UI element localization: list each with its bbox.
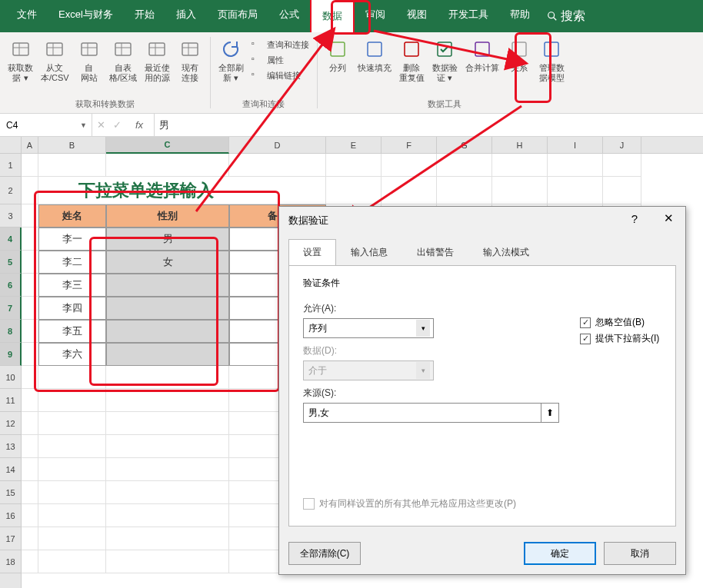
row-header[interactable]: 7 <box>0 297 22 320</box>
cell[interactable] <box>38 389 106 412</box>
search-box[interactable]: 搜索 <box>547 8 585 25</box>
menu-item-帮助[interactable]: 帮助 <box>499 0 541 34</box>
cell[interactable] <box>106 527 229 550</box>
row-header[interactable]: 11 <box>0 389 21 412</box>
row-header[interactable]: 8 <box>0 320 22 343</box>
row-header[interactable]: 4 <box>0 228 22 251</box>
ribbon-btn[interactable]: 最近使 用的源 <box>142 35 173 85</box>
cell[interactable] <box>22 320 38 343</box>
ribbon-btn[interactable]: 获取数 据 ▾ <box>5 35 36 85</box>
cell[interactable]: 李三 <box>38 274 106 297</box>
cell[interactable] <box>381 154 437 177</box>
row-header[interactable]: 9 <box>0 343 22 366</box>
select-all-corner[interactable] <box>0 137 21 154</box>
menu-item-开始[interactable]: 开始 <box>124 0 165 34</box>
row-header[interactable]: 6 <box>0 274 22 297</box>
menu-item-开发工具[interactable]: 开发工具 <box>438 0 499 34</box>
cell[interactable] <box>106 504 229 527</box>
cell[interactable] <box>326 154 381 177</box>
cell[interactable] <box>38 435 106 458</box>
dialog-tab[interactable]: 输入法模式 <box>468 239 544 266</box>
ribbon-btn-data-validation[interactable]: 数据验 证 ▾ <box>429 35 461 85</box>
cell[interactable] <box>22 297 38 320</box>
cell[interactable] <box>106 412 229 435</box>
row-header[interactable]: 13 <box>0 435 21 458</box>
cell[interactable] <box>548 177 603 204</box>
cell[interactable] <box>22 527 38 550</box>
cell[interactable]: 李六 <box>38 343 106 366</box>
cell[interactable]: 女 <box>106 251 229 274</box>
row-header[interactable]: 12 <box>0 412 21 435</box>
cell[interactable] <box>22 389 38 412</box>
cell[interactable] <box>22 154 38 177</box>
cancel-icon[interactable]: ✕ <box>97 119 105 131</box>
row-header[interactable]: 18 <box>0 550 21 573</box>
menu-item-页面布局[interactable]: 页面布局 <box>207 0 268 34</box>
ribbon-btn[interactable]: 自表 格/区域 <box>106 35 140 85</box>
cancel-button[interactable]: 取消 <box>604 542 676 565</box>
cell[interactable] <box>38 504 106 527</box>
ribbon-btn[interactable]: 分列 <box>322 35 353 85</box>
row-header[interactable]: 16 <box>0 504 21 527</box>
apply-all-checkbox[interactable]: 对有同样设置的所有其他单元格应用这些更改(P) <box>303 497 516 510</box>
column-header[interactable]: I <box>548 137 603 153</box>
row-header[interactable]: 2 <box>0 177 21 204</box>
cell[interactable]: 男 <box>106 228 229 251</box>
cell[interactable] <box>437 154 492 177</box>
menu-item-审阅[interactable]: 审阅 <box>355 0 396 34</box>
cell[interactable] <box>22 481 38 504</box>
menu-item-插入[interactable]: 插入 <box>165 0 207 34</box>
column-header[interactable]: C <box>106 137 229 154</box>
dialog-tab[interactable]: 输入信息 <box>336 239 402 266</box>
row-header[interactable]: 17 <box>0 527 21 550</box>
cell[interactable] <box>22 274 38 297</box>
column-header[interactable]: G <box>437 137 492 153</box>
column-header[interactable]: B <box>38 137 106 153</box>
cell[interactable]: 李四 <box>38 297 106 320</box>
ribbon-btn[interactable]: 合并计算 <box>462 35 502 85</box>
cell[interactable] <box>106 320 229 343</box>
cell[interactable] <box>106 297 229 320</box>
row-header[interactable]: 15 <box>0 481 21 504</box>
menu-item-Excel与财务[interactable]: Excel与财务 <box>48 0 124 34</box>
column-header[interactable]: H <box>492 137 548 153</box>
cell[interactable] <box>106 389 229 412</box>
ribbon-btn[interactable]: 快速填充 <box>355 35 395 85</box>
cell[interactable]: 李二 <box>38 251 106 274</box>
ribbon-btn[interactable]: 现有 连接 <box>175 35 205 85</box>
source-input[interactable]: 男,女 ⬆ <box>303 403 558 423</box>
ok-button[interactable]: 确定 <box>524 542 596 565</box>
cell[interactable] <box>326 177 381 204</box>
cell[interactable] <box>106 154 229 177</box>
formula-input[interactable]: 男 <box>155 118 703 132</box>
cell[interactable]: 下拉菜单选择输入 <box>38 177 326 204</box>
cell[interactable] <box>38 412 106 435</box>
cell[interactable]: 性别 <box>106 204 229 228</box>
fx-button[interactable]: fx <box>129 119 149 131</box>
row-header[interactable]: 10 <box>0 366 21 389</box>
menu-item-数据[interactable]: 数据 <box>310 0 355 34</box>
column-header[interactable]: J <box>603 137 641 153</box>
cell[interactable] <box>106 435 229 458</box>
cell[interactable] <box>22 228 38 251</box>
cell[interactable] <box>492 177 548 204</box>
cell[interactable] <box>492 154 548 177</box>
dialog-tab[interactable]: 出错警告 <box>402 239 468 266</box>
close-button[interactable]: ✕ <box>651 207 685 230</box>
cell[interactable] <box>38 550 106 573</box>
cell[interactable] <box>38 366 106 389</box>
cell[interactable] <box>38 527 106 550</box>
row-header[interactable]: 14 <box>0 458 21 481</box>
cell[interactable]: 姓名 <box>38 204 106 228</box>
cell[interactable] <box>22 504 38 527</box>
cell[interactable] <box>22 343 38 366</box>
cell[interactable] <box>106 481 229 504</box>
cell[interactable] <box>437 177 492 204</box>
cell[interactable] <box>22 458 38 481</box>
cell[interactable] <box>603 154 641 177</box>
column-header[interactable]: E <box>326 137 381 153</box>
row-header[interactable]: 1 <box>0 154 21 177</box>
cell[interactable] <box>381 177 437 204</box>
ribbon-mini-btn[interactable]: ▫查询和连接 <box>248 37 312 52</box>
ribbon-btn[interactable]: 从文 本/CSV <box>38 35 72 85</box>
